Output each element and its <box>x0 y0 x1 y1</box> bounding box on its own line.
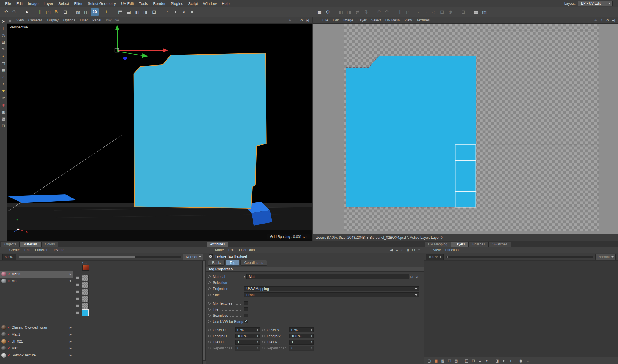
live-selection-icon[interactable]: ➤ <box>23 8 31 16</box>
fill-bucket-tool-icon[interactable]: ● <box>0 53 7 59</box>
materials-menu-item[interactable]: Texture <box>51 248 67 252</box>
stepper-field[interactable]: 1 <box>289 340 314 345</box>
uv-ladder[interactable] <box>455 145 476 207</box>
terrace-uv-icon[interactable]: ⊞ <box>438 8 446 16</box>
channel-visibility-icon[interactable] <box>76 283 79 286</box>
materials-tab[interactable]: Colors <box>41 242 58 247</box>
copy-layer-icon[interactable]: ⊡ <box>446 358 453 364</box>
anim-dot-icon[interactable] <box>208 335 211 337</box>
layer-opacity-value[interactable]: 100 % <box>426 254 444 260</box>
channel-visibility-icon[interactable] <box>76 297 79 300</box>
nav-back-icon[interactable]: ◀ <box>389 247 394 253</box>
channel-color-thumbnail[interactable] <box>82 265 89 271</box>
attributes-menu-item[interactable]: Edit <box>226 248 237 252</box>
rotate-icon[interactable]: ↻ <box>53 8 61 16</box>
anim-dot-icon[interactable] <box>262 329 265 331</box>
select-layer-icon[interactable]: ▤ <box>464 358 470 364</box>
attributes-menu-item[interactable]: Mode <box>213 248 226 252</box>
menubar-item[interactable]: File <box>2 0 14 7</box>
menubar-item[interactable]: Image <box>25 0 41 7</box>
sphere-full-icon[interactable]: ● <box>188 8 196 16</box>
realign-uv-icon[interactable]: ⊟ <box>459 8 467 16</box>
texture-x-icon[interactable] <box>7 272 12 276</box>
mirror-v-icon[interactable]: ◨ <box>345 8 353 16</box>
viewport-3d-scene[interactable]: Y X <box>7 24 312 241</box>
channel-texture-thumbnail[interactable] <box>82 282 89 288</box>
material-name[interactable]: Mat.2 <box>12 332 70 336</box>
rotate-texture-icon[interactable]: ↻ <box>605 17 610 23</box>
menubar-item[interactable]: Plugins <box>168 0 186 7</box>
flip-u-icon[interactable]: ⇄ <box>354 8 361 16</box>
paint-3d-mode-icon[interactable]: 3D <box>91 8 99 16</box>
checkbox[interactable] <box>244 320 248 323</box>
pointer-tool-icon[interactable]: ➤ <box>0 18 7 24</box>
materials-tab[interactable]: Materials <box>20 242 41 247</box>
texture-x-icon[interactable] <box>7 354 12 357</box>
cube-right-icon[interactable]: ◨ <box>142 8 149 16</box>
layer-mask-icon[interactable]: ◨ <box>494 358 500 364</box>
menubar-item[interactable]: Render <box>150 0 168 7</box>
sparkle-tool-icon[interactable]: ✦ <box>0 81 7 87</box>
spinner-arrows-icon[interactable] <box>311 347 313 350</box>
texture-x-icon[interactable] <box>7 347 12 350</box>
blend-options-icon[interactable]: ◑ <box>507 358 514 364</box>
texture-menu-item[interactable]: File <box>320 18 330 22</box>
lock-icon[interactable]: ▮ <box>405 247 411 253</box>
material-expand-icon[interactable] <box>70 340 72 343</box>
pan-texture-icon[interactable]: ✛ <box>593 17 599 23</box>
viewport-menu-item[interactable]: Display <box>45 18 61 22</box>
ruler-icon[interactable]: ∟ <box>104 8 111 16</box>
material-row[interactable]: UI_021 <box>0 338 73 345</box>
texture-canvas[interactable] <box>313 24 618 234</box>
anim-dot-icon[interactable] <box>208 275 211 278</box>
texture-x-icon[interactable] <box>7 340 12 343</box>
adjustment-layer-icon[interactable]: ◐ <box>501 358 507 364</box>
texture-menu-item[interactable]: Select <box>369 18 383 22</box>
material-expand-icon[interactable] <box>70 354 72 357</box>
cube-left-icon[interactable]: ◧ <box>133 8 141 16</box>
preview-size-slider[interactable] <box>19 256 181 258</box>
texture-menu-item[interactable]: View <box>402 18 414 22</box>
dodge-tool-icon[interactable]: ◐ <box>0 74 7 80</box>
flip-v-icon[interactable]: ⇅ <box>362 8 370 16</box>
layers-tab[interactable]: Layers <box>451 242 469 247</box>
checkbox[interactable] <box>244 301 248 305</box>
viewport-camera-label[interactable]: Perspective <box>10 25 28 29</box>
side-dropdown[interactable]: Front <box>244 292 419 297</box>
menubar-item[interactable]: Window <box>201 0 219 7</box>
layers-tab[interactable]: Swatches <box>489 242 511 247</box>
stepper-field[interactable]: 0 % <box>235 327 260 332</box>
attributes-category-tab[interactable]: Coordinates <box>240 260 267 266</box>
anim-dot-icon[interactable] <box>208 308 211 311</box>
texture-menu-item[interactable]: UV Mesh <box>383 18 402 22</box>
spinner-arrows-icon[interactable] <box>311 329 313 332</box>
toggle-texture-panels-icon[interactable]: ▣ <box>610 17 616 23</box>
texture-display-icon[interactable]: ▦ <box>316 8 323 16</box>
projection-dropdown[interactable]: UVW Mapping <box>244 286 419 291</box>
texture-x-icon[interactable] <box>7 279 12 283</box>
search-icon[interactable]: ◌ <box>400 247 405 253</box>
toggle-panels-icon[interactable]: ▣ <box>305 17 310 23</box>
material-link-field[interactable]: Mat <box>246 274 409 279</box>
panel-menu-icon[interactable]: ≡ <box>416 247 422 253</box>
spinner-arrows-icon[interactable] <box>257 347 259 350</box>
materials-menu-item[interactable]: Edit <box>22 248 33 252</box>
material-expand-icon[interactable] <box>70 347 72 350</box>
checkbox[interactable] <box>244 307 248 311</box>
move-icon[interactable]: ✛ <box>36 8 44 16</box>
layer-opacity-slider[interactable] <box>446 256 593 258</box>
viewport-canvas[interactable]: Y X Perspective Grid Spacing : 0.001 cm <box>7 24 312 241</box>
material-preview-sphere[interactable] <box>1 346 6 351</box>
material-name[interactable]: Mat <box>12 346 70 350</box>
delete-layer-icon[interactable]: ▨ <box>453 358 459 364</box>
stepper-field[interactable]: 100 % <box>289 334 314 338</box>
rotate-uv-ccw-icon[interactable]: ↶ <box>375 8 383 16</box>
layout-select[interactable]: BP - UV Edit <box>578 1 613 6</box>
material-preview-sphere[interactable] <box>1 279 6 283</box>
material-preview-sphere[interactable] <box>1 272 6 276</box>
texture-menu-item[interactable]: Textures <box>414 18 432 22</box>
anim-dot-icon[interactable] <box>208 281 211 284</box>
channel-visibility-icon[interactable] <box>76 304 79 307</box>
attributes-category-tab[interactable]: Tag <box>226 260 239 266</box>
pencil-tool-icon[interactable]: ✎ <box>0 46 7 52</box>
